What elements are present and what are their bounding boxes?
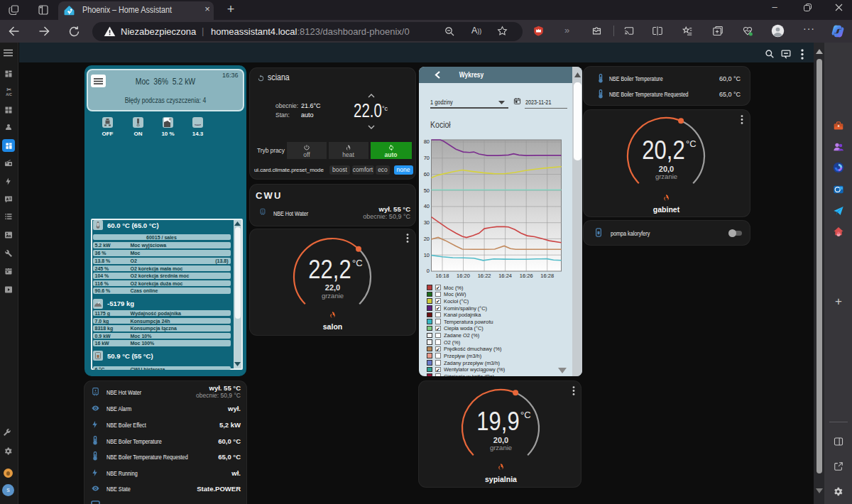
svg-text:50: 50 xyxy=(424,187,430,194)
svg-text:16:20: 16:20 xyxy=(457,273,470,279)
svg-text:40: 40 xyxy=(424,203,430,209)
svg-text:16:22: 16:22 xyxy=(478,273,491,279)
svg-text:60: 60 xyxy=(424,171,430,177)
svg-text:10: 10 xyxy=(424,252,430,258)
svg-text:70: 70 xyxy=(424,155,430,161)
svg-text:16:28: 16:28 xyxy=(540,273,554,279)
svg-text:0: 0 xyxy=(427,268,430,274)
svg-text:20: 20 xyxy=(424,236,430,242)
svg-text:16:24: 16:24 xyxy=(498,273,512,279)
svg-text:80: 80 xyxy=(424,138,430,145)
svg-text:16:18: 16:18 xyxy=(436,273,449,279)
svg-text:16:26: 16:26 xyxy=(520,273,533,279)
svg-text:30: 30 xyxy=(424,219,430,226)
